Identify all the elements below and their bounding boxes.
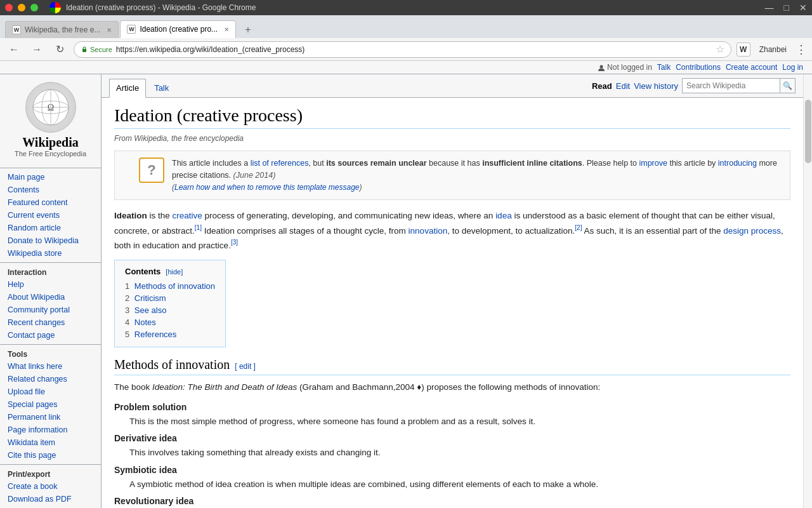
subsection-derivative: Derivative idea This involves taking som… bbox=[114, 433, 790, 460]
address-text[interactable]: https://en.wikipedia.org/wiki/Ideation_(… bbox=[116, 45, 712, 54]
sidebar-item-about[interactable]: About Wikipedia bbox=[0, 291, 101, 304]
subsection-revolutionary: Revolutionary idea A revolutionary idea … bbox=[114, 496, 790, 508]
innovation-link[interactable]: innovation bbox=[409, 225, 448, 235]
sidebar-item-help[interactable]: Help bbox=[0, 278, 101, 291]
full-page: Ideation (creative process) - Wikipedia … bbox=[0, 0, 812, 508]
tab-talk[interactable]: Talk bbox=[147, 79, 176, 97]
bookmark-star[interactable]: ☆ bbox=[716, 43, 724, 55]
back-button[interactable]: ← bbox=[5, 41, 23, 58]
nav-bar: ← → ↻ Secure https://en.wikipedia.org/wi… bbox=[0, 38, 812, 61]
sidebar-item-community[interactable]: Community portal bbox=[0, 304, 101, 316]
sidebar-item-what-links[interactable]: What links here bbox=[0, 360, 101, 373]
sidebar-item-printable[interactable]: Printable version bbox=[0, 505, 101, 508]
toc-label-1: Methods of innovation bbox=[134, 281, 215, 291]
contributions-link[interactable]: Contributions bbox=[676, 63, 721, 72]
sidebar-item-store[interactable]: Wikipedia store bbox=[0, 247, 101, 260]
sidebar-item-contact[interactable]: Contact page bbox=[0, 329, 101, 342]
minimize-icon[interactable]: — bbox=[765, 3, 774, 13]
sidebar-item-contents[interactable]: Contents bbox=[0, 184, 101, 196]
design-process-link[interactable]: design process bbox=[723, 225, 781, 235]
chrome-circle-yellow[interactable] bbox=[18, 4, 25, 11]
notice-list-of-refs-link[interactable]: list of references bbox=[251, 159, 309, 168]
idea-link[interactable]: idea bbox=[495, 211, 512, 220]
wikipedia-globe: Ω bbox=[25, 82, 76, 133]
chrome-circle-green[interactable] bbox=[30, 4, 38, 11]
toc-label-5: References bbox=[134, 330, 176, 339]
maximize-icon[interactable]: □ bbox=[784, 3, 789, 13]
new-tab-button[interactable]: + bbox=[240, 22, 256, 38]
search-input[interactable] bbox=[682, 78, 780, 93]
subsection-text-symbiotic: A symbiotic method of idea creation is w… bbox=[114, 478, 790, 491]
notice-introducing-link[interactable]: introducing bbox=[718, 159, 757, 168]
toc-num-1: 1 bbox=[125, 281, 129, 291]
toc-item-5[interactable]: 5 References bbox=[125, 328, 215, 340]
subsection-title-derivative: Derivative idea bbox=[114, 433, 790, 443]
tools-header: Tools bbox=[0, 347, 101, 360]
toc-label: Contents bbox=[125, 267, 160, 276]
view-history-link[interactable]: View history bbox=[634, 81, 678, 91]
toc-item-3[interactable]: 3 See also bbox=[125, 304, 215, 316]
create-account-link[interactable]: Create account bbox=[726, 63, 777, 72]
tab2-close[interactable]: ✕ bbox=[224, 26, 229, 33]
sidebar-item-download-pdf[interactable]: Download as PDF bbox=[0, 493, 101, 505]
interaction-header: Interaction bbox=[0, 265, 101, 278]
close-icon[interactable]: ✕ bbox=[799, 3, 807, 13]
chrome-menu-icon[interactable]: ⋮ bbox=[796, 43, 807, 57]
subsection-problem: Problem solution This is the most simple… bbox=[114, 402, 790, 429]
article-title: Ideation (creative process) bbox=[114, 105, 790, 129]
sidebar-item-wikidata[interactable]: Wikidata item bbox=[0, 436, 101, 449]
toc-item-4[interactable]: 4 Notes bbox=[125, 316, 215, 328]
sidebar-item-current-events[interactable]: Current events bbox=[0, 209, 101, 222]
notice-learn-link[interactable]: Learn how and when to remove this templa… bbox=[174, 183, 360, 192]
address-bar[interactable]: Secure https://en.wikipedia.org/wiki/Ide… bbox=[74, 41, 731, 58]
sidebar-item-random[interactable]: Random article bbox=[0, 222, 101, 234]
edit-link[interactable]: Edit bbox=[616, 81, 630, 91]
ref1: [1] bbox=[195, 224, 202, 231]
tab1-close[interactable]: ✕ bbox=[107, 27, 112, 34]
notice-improve-link[interactable]: improve bbox=[639, 159, 667, 168]
toc-label-3: See also bbox=[134, 305, 167, 315]
toc-label-2: Criticism bbox=[134, 293, 166, 303]
toc-hide-button[interactable]: [hide] bbox=[166, 268, 183, 276]
svg-point-1 bbox=[599, 65, 603, 68]
forward-button[interactable]: → bbox=[28, 41, 46, 58]
talk-link[interactable]: Talk bbox=[657, 63, 671, 72]
sidebar-item-cite[interactable]: Cite this page bbox=[0, 449, 101, 462]
sidebar-item-featured[interactable]: Featured content bbox=[0, 196, 101, 209]
section-edit-methods[interactable]: [ edit ] bbox=[235, 362, 256, 371]
sidebar-item-permanent[interactable]: Permanent link bbox=[0, 411, 101, 424]
scrollbar-track[interactable] bbox=[803, 74, 812, 508]
w-extension[interactable]: W bbox=[737, 43, 750, 57]
toc-num-2: 2 bbox=[125, 293, 129, 303]
tab-article[interactable]: Article bbox=[109, 79, 146, 98]
scrollbar-thumb[interactable] bbox=[805, 100, 811, 163]
toc-item-1[interactable]: 1 Methods of innovation bbox=[125, 280, 215, 292]
subsection-symbiotic: Symbiotic idea A symbiotic method of ide… bbox=[114, 465, 790, 491]
sidebar-item-special[interactable]: Special pages bbox=[0, 398, 101, 411]
sidebar-item-donate[interactable]: Donate to Wikipedia bbox=[0, 234, 101, 247]
subsection-title-problem: Problem solution bbox=[114, 402, 790, 412]
subsection-text-problem: This is the most simple method of progre… bbox=[114, 415, 790, 429]
toc-label-4: Notes bbox=[134, 318, 156, 327]
read-link[interactable]: Read bbox=[592, 81, 612, 91]
creative-link[interactable]: creative bbox=[173, 211, 202, 220]
toc-item-2[interactable]: 2 Criticism bbox=[125, 292, 215, 304]
reload-button[interactable]: ↻ bbox=[51, 41, 69, 58]
search-button[interactable]: 🔍 bbox=[780, 78, 796, 93]
sidebar-item-page-info[interactable]: Page information bbox=[0, 424, 101, 436]
browser-tab-1[interactable]: W Wikipedia, the free e... ✕ bbox=[5, 21, 119, 38]
login-link[interactable]: Log in bbox=[782, 63, 803, 72]
secure-badge: Secure bbox=[81, 46, 112, 53]
title-bar: Ideation (creative process) - Wikipedia … bbox=[0, 0, 812, 15]
window-controls: — □ ✕ bbox=[765, 3, 807, 13]
sidebar-item-related-changes[interactable]: Related changes bbox=[0, 373, 101, 385]
tab1-favicon: W bbox=[12, 25, 21, 34]
chrome-circle-red[interactable] bbox=[5, 4, 13, 11]
sidebar-item-recent[interactable]: Recent changes bbox=[0, 316, 101, 329]
sidebar-item-upload[interactable]: Upload file bbox=[0, 385, 101, 398]
sidebar-item-main-page[interactable]: Main page bbox=[0, 171, 101, 184]
user-icon bbox=[598, 64, 605, 72]
print-header: Print/export bbox=[0, 467, 101, 480]
browser-tab-2[interactable]: W Ideation (creative pro... ✕ bbox=[120, 20, 236, 38]
sidebar-item-create-book[interactable]: Create a book bbox=[0, 480, 101, 493]
